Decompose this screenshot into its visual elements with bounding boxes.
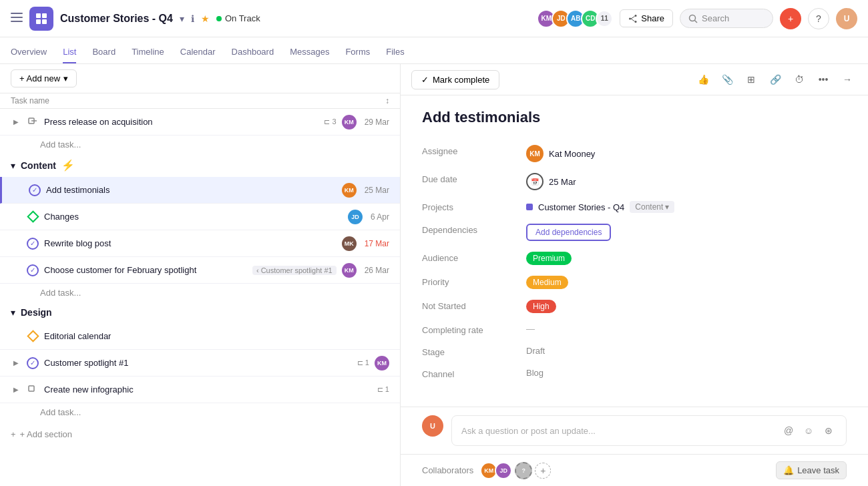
chevron-down-icon[interactable]: ▾ [180, 13, 184, 24]
add-collaborator-button[interactable]: + [535, 463, 551, 479]
due-date-text: 25 Mar [549, 177, 576, 187]
task-check-icon[interactable]: ✓ [27, 238, 39, 250]
field-assignee: Assignee KM Kat Mooney [422, 140, 847, 168]
collab-avatar: JD [495, 462, 512, 479]
link-icon[interactable]: 🔗 [765, 69, 785, 89]
svg-point-12 [690, 15, 696, 21]
search-bar[interactable]: Search [680, 9, 773, 28]
priority-label: Priority [422, 276, 515, 287]
field-not-started: Not Started High [422, 294, 847, 318]
add-dependencies-button[interactable]: Add dependencies [526, 224, 611, 241]
hamburger-icon[interactable] [11, 13, 23, 24]
assignee-value[interactable]: KM Kat Mooney [526, 145, 847, 162]
section-collapse-icon: ▾ [11, 307, 15, 318]
user-avatar[interactable]: U [836, 8, 857, 29]
task-tag: ‹ Customer spotlight #1 [252, 266, 337, 275]
close-icon[interactable]: → [837, 69, 857, 89]
tab-forms[interactable]: Forms [345, 41, 370, 63]
tab-overview[interactable]: Overview [11, 41, 47, 63]
project-tag[interactable]: Content ▾ [630, 201, 674, 213]
task-list-toolbar: + Add new ▾ [0, 64, 400, 93]
table-row[interactable]: ▶ Press release on acquisition ⊏ 3 KM 29… [0, 109, 400, 136]
task-name: Editorial calendar [44, 331, 389, 341]
add-task-row[interactable]: Add task... [0, 284, 400, 302]
star-icon[interactable]: ★ [201, 13, 210, 24]
task-check-icon[interactable]: ✓ [27, 264, 39, 276]
section-title: Design [21, 307, 52, 318]
mention-icon[interactable]: @ [781, 423, 797, 439]
table-row[interactable]: Changes JD 6 Apr [0, 204, 400, 230]
svg-line-10 [631, 16, 635, 19]
table-row[interactable]: ✓ Choose customer for February spotlight… [0, 257, 400, 284]
tab-list[interactable]: List [63, 41, 76, 63]
sort-icon[interactable]: ↕ [385, 96, 389, 105]
detail-icons: 👍 📎 ⊞ 🔗 ⏱ ••• → [693, 69, 857, 89]
milestone-diamond-icon [27, 211, 39, 223]
share-button[interactable]: Share [620, 9, 673, 27]
table-row[interactable]: ▶ Create new infographic ⊏ 1 [0, 377, 400, 403]
task-detail-title: Add testimonials [422, 109, 847, 126]
expand-button [13, 185, 23, 196]
topbar-right: KM JD AB CD 11 Share Search + ? U [537, 8, 857, 29]
detail-body: Add testimonials Assignee KM Kat Mooney … [401, 95, 868, 407]
stage-value[interactable]: Draft [526, 346, 847, 356]
add-task-row[interactable]: Add task... [0, 403, 400, 421]
add-section-button[interactable]: + + Add section [0, 421, 400, 447]
task-list-panel: + Add new ▾ Task name ↕ ▶ Press release … [0, 64, 401, 486]
like-icon[interactable]: 👍 [693, 69, 713, 89]
table-row[interactable]: Editorial calendar [0, 323, 400, 350]
field-dependencies: Dependencies Add dependencies [422, 218, 847, 246]
expand-button[interactable]: ▶ [11, 117, 21, 128]
svg-line-11 [631, 19, 635, 21]
table-row[interactable]: ✓ Add testimonials KM 25 Mar [0, 177, 400, 204]
audience-badge: Premium [526, 252, 572, 265]
add-button[interactable]: + [780, 8, 801, 29]
comment-input-box[interactable]: Ask a question or post an update... @ ☺ … [451, 415, 847, 446]
audience-value[interactable]: Premium [526, 252, 847, 265]
not-started-value[interactable]: High [526, 300, 847, 313]
emoji-icon[interactable]: ☺ [801, 423, 817, 439]
leave-task-button[interactable]: 🔔 Leave task [776, 461, 847, 479]
bell-icon: 🔔 [783, 465, 794, 475]
svg-point-7 [635, 15, 637, 17]
section-header-design[interactable]: ▾ Design [0, 302, 400, 323]
tab-dashboard[interactable]: Dashboard [232, 41, 274, 63]
add-new-button[interactable]: + Add new ▾ [11, 69, 77, 87]
not-started-badge: High [526, 300, 556, 313]
mark-complete-label: Mark complete [433, 75, 489, 85]
help-button[interactable]: ? [808, 8, 829, 29]
comment-placeholder: Ask a question or post an update... [461, 426, 596, 436]
mark-complete-button[interactable]: ✓ Mark complete [411, 70, 499, 89]
avatar-count[interactable]: 11 [596, 10, 613, 27]
section-header-content[interactable]: ▾ Content ⚡ [0, 154, 400, 177]
tab-board[interactable]: Board [92, 41, 116, 63]
expand-button[interactable]: ▶ [11, 358, 21, 369]
task-check-icon[interactable]: ✓ [29, 184, 41, 196]
expand-button[interactable]: ▶ [11, 385, 21, 395]
plus-icon: + [11, 429, 16, 439]
gif-icon[interactable]: ⊛ [821, 423, 837, 439]
due-date-value[interactable]: 📅 25 Mar [526, 173, 847, 190]
subtask-add-icon[interactable]: ⊞ [741, 69, 761, 89]
channel-value[interactable]: Blog [526, 368, 847, 378]
field-due-date: Due date 📅 25 Mar [422, 168, 847, 196]
task-list-body: ▶ Press release on acquisition ⊏ 3 KM 29… [0, 109, 400, 486]
priority-value[interactable]: Medium [526, 276, 847, 289]
task-name: Press release on acquisition [44, 117, 318, 127]
more-icon[interactable]: ••• [813, 69, 833, 89]
table-row[interactable]: ▶ ✓ Customer spotlight #1 ⊏ 1 KM [0, 350, 400, 377]
timer-icon[interactable]: ⏱ [789, 69, 809, 89]
tab-messages[interactable]: Messages [290, 41, 329, 63]
expand-button [11, 331, 21, 342]
tab-files[interactable]: Files [386, 41, 404, 63]
task-check-icon[interactable]: ✓ [27, 357, 39, 369]
field-channel: Channel Blog [422, 362, 847, 385]
section-title: Content [21, 160, 56, 171]
attachment-icon[interactable]: 📎 [717, 69, 737, 89]
add-task-row[interactable]: Add task... [0, 136, 400, 154]
projects-value[interactable]: Customer Stories - Q4 Content ▾ [526, 201, 847, 213]
tab-timeline[interactable]: Timeline [132, 41, 164, 63]
table-row[interactable]: ✓ Rewrite blog post MK 17 Mar [0, 230, 400, 257]
tab-calendar[interactable]: Calendar [180, 41, 216, 63]
info-icon[interactable]: ℹ [191, 13, 194, 24]
